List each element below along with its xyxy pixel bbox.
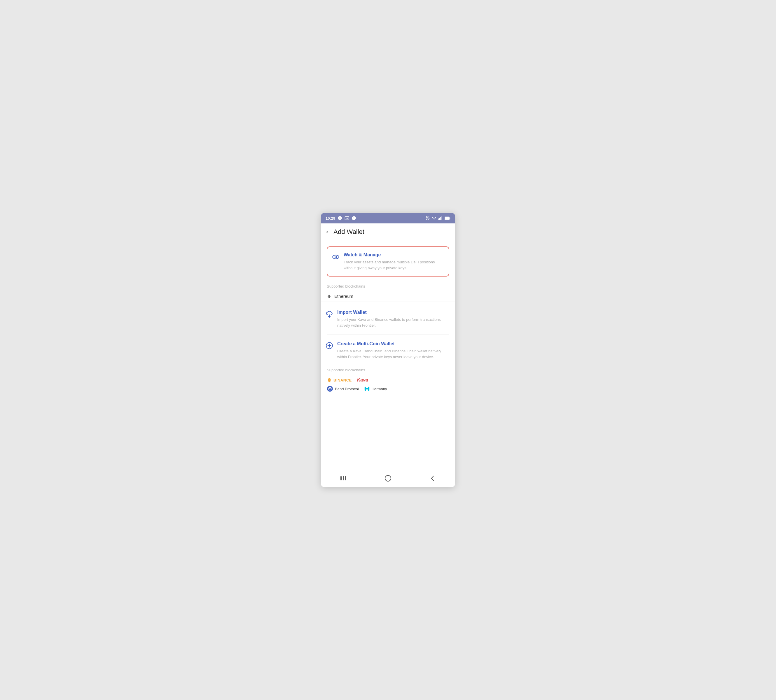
nav-menu-icon — [339, 474, 347, 482]
import-wallet-text: Import Wallet Import your Kava and Binan… — [337, 310, 449, 328]
create-multicoin-description: Create a Kava, BandChain, and Binance Ch… — [337, 348, 449, 360]
svg-point-26 — [329, 388, 330, 389]
divider-2 — [327, 335, 449, 335]
svg-point-9 — [335, 257, 336, 258]
import-wallet-item[interactable]: Import Wallet Import your Kava and Binan… — [321, 305, 455, 333]
harmony-icon — [364, 386, 370, 392]
binance-icon — [327, 377, 332, 383]
create-wallet-icon — [325, 342, 333, 351]
svg-marker-10 — [329, 294, 330, 297]
create-multicoin-text: Create a Multi-Coin Wallet Create a Kava… — [337, 341, 449, 360]
import-wallet-icon — [325, 310, 333, 319]
status-time: 10:29 — [325, 216, 335, 220]
band-protocol-logo: Band Protocol — [327, 386, 359, 392]
header: ‹ Add Wallet — [321, 223, 455, 240]
watch-manage-text: Watch & Manage Track your assets and man… — [344, 252, 444, 271]
page-title: Add Wallet — [334, 228, 364, 236]
back-button[interactable]: ‹ — [325, 228, 329, 236]
status-left: 10:29 — [325, 216, 356, 220]
svg-rect-6 — [445, 217, 449, 219]
ethereum-label: Ethereum — [334, 294, 353, 299]
status-bar: 10:29 — [321, 213, 455, 223]
svg-rect-30 — [340, 476, 342, 480]
svg-rect-5 — [449, 218, 450, 219]
alarm-icon — [426, 216, 430, 220]
svg-rect-0 — [439, 218, 439, 220]
band-protocol-icon — [327, 386, 333, 392]
import-wallet-title: Import Wallet — [337, 310, 449, 315]
nav-back-icon — [429, 474, 437, 482]
svg-rect-29 — [364, 388, 369, 390]
svg-marker-11 — [328, 294, 329, 297]
svg-rect-1 — [439, 218, 440, 220]
signal-icon — [438, 216, 443, 220]
kava-label: Kava — [357, 377, 368, 382]
nav-home-icon — [384, 474, 392, 482]
nav-bar — [321, 470, 455, 487]
battery-icon — [445, 216, 451, 220]
wifi-icon — [432, 216, 436, 220]
svg-rect-2 — [440, 217, 441, 220]
ethereum-blockchain-item: Ethereum — [321, 291, 455, 302]
watch-manage-description: Track your assets and manage multiple De… — [344, 259, 444, 271]
content-area: Watch & Manage Track your assets and man… — [321, 240, 455, 470]
svg-rect-31 — [343, 476, 344, 480]
import-wallet-description: Import your Kava and Binance wallets to … — [337, 317, 449, 328]
create-multicoin-title: Create a Multi-Coin Wallet — [337, 341, 449, 347]
image-icon — [345, 216, 349, 220]
nav-back-button[interactable] — [429, 474, 437, 482]
notification-icon — [352, 216, 356, 220]
divider-1 — [327, 303, 449, 303]
svg-rect-32 — [345, 476, 346, 480]
supported-blockchains-label-2: Supported blockchains — [321, 365, 455, 375]
blockchain-logos: BINANCE Kava Band Protocol — [321, 375, 455, 400]
svg-rect-33 — [385, 475, 391, 481]
create-multicoin-item[interactable]: Create a Multi-Coin Wallet Create a Kava… — [321, 336, 455, 365]
back-icon-label: ‹ — [326, 228, 328, 235]
binance-label: BINANCE — [334, 378, 352, 382]
band-protocol-label: Band Protocol — [335, 387, 359, 391]
logos-row-1: BINANCE Kava — [327, 377, 449, 383]
binance-logo: BINANCE — [327, 377, 352, 383]
kava-logo: Kava — [357, 377, 368, 383]
harmony-label: Harmony — [372, 387, 387, 391]
watch-manage-card[interactable]: Watch & Manage Track your assets and man… — [327, 247, 449, 277]
status-right — [426, 216, 451, 220]
ethereum-icon — [327, 294, 331, 299]
nav-menu-button[interactable] — [339, 474, 347, 482]
watch-manage-title: Watch & Manage — [344, 252, 444, 258]
harmony-logo: Harmony — [364, 386, 387, 392]
logos-row-2: Band Protocol Harmony — [327, 386, 449, 392]
supported-blockchains-label-1: Supported blockchains — [321, 281, 455, 291]
nav-home-button[interactable] — [384, 474, 392, 482]
eye-icon — [332, 253, 340, 262]
phone-frame: 10:29 — [321, 213, 455, 487]
svg-rect-3 — [441, 217, 442, 220]
messenger-icon — [337, 216, 342, 220]
